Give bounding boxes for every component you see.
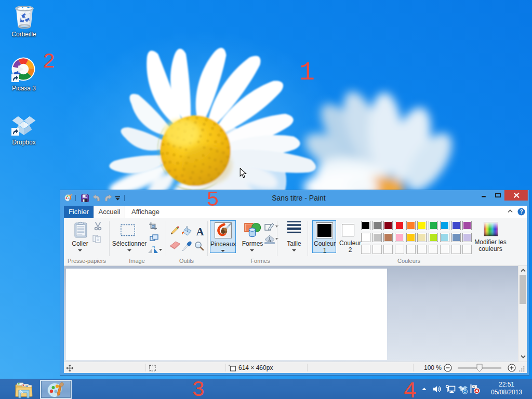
svg-text:?: ? <box>520 209 523 215</box>
